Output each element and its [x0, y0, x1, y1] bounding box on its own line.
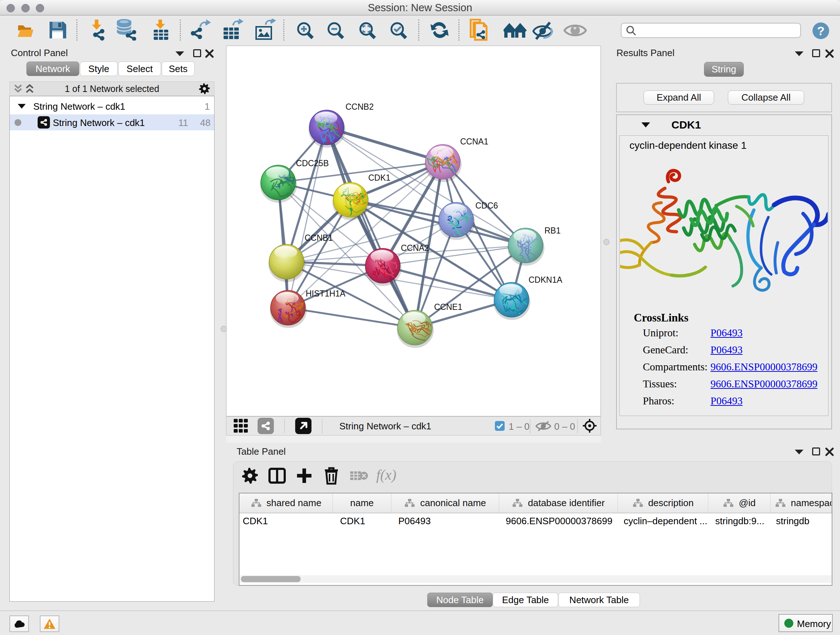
svg-text:CCNA1: CCNA1 — [460, 137, 488, 146]
svg-text:CCNE1: CCNE1 — [434, 302, 462, 312]
svg-text:CDK1: CDK1 — [368, 173, 390, 182]
svg-text:CDC6: CDC6 — [475, 201, 498, 211]
svg-text:CDKN1A: CDKN1A — [529, 275, 562, 285]
svg-text:CDC25B: CDC25B — [296, 158, 329, 168]
svg-text:RB1: RB1 — [545, 226, 561, 235]
svg-text:CCNB1: CCNB1 — [305, 233, 333, 242]
svg-text:CCNB2: CCNB2 — [346, 102, 374, 111]
svg-text:HIST1H1A: HIST1H1A — [306, 289, 346, 298]
svg-text:CCNA2: CCNA2 — [401, 243, 429, 253]
